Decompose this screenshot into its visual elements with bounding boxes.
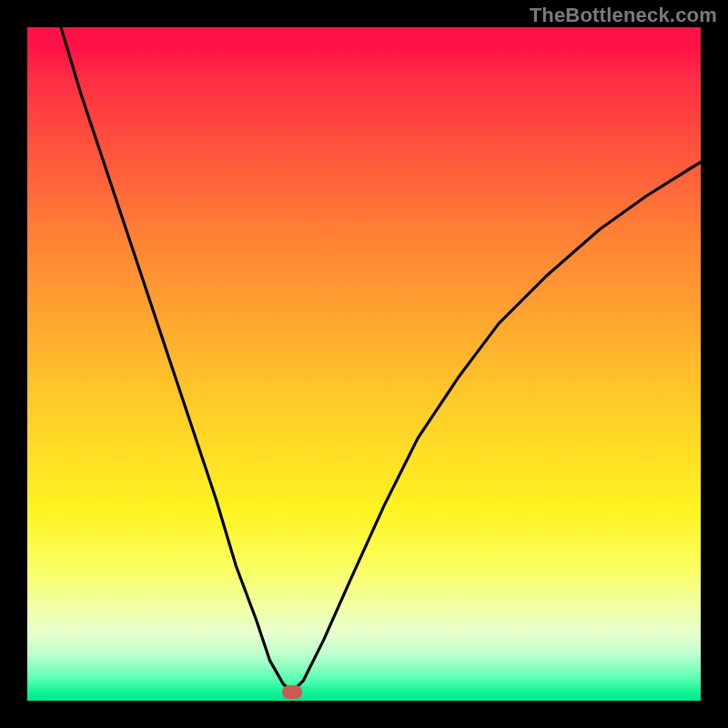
watermark-label: TheBottleneck.com bbox=[530, 4, 717, 27]
chart-frame: TheBottleneck.com bbox=[0, 0, 728, 728]
minimum-marker bbox=[282, 685, 302, 699]
curve-svg bbox=[27, 27, 701, 701]
plot-area bbox=[27, 27, 701, 701]
bottleneck-curve bbox=[61, 27, 701, 692]
